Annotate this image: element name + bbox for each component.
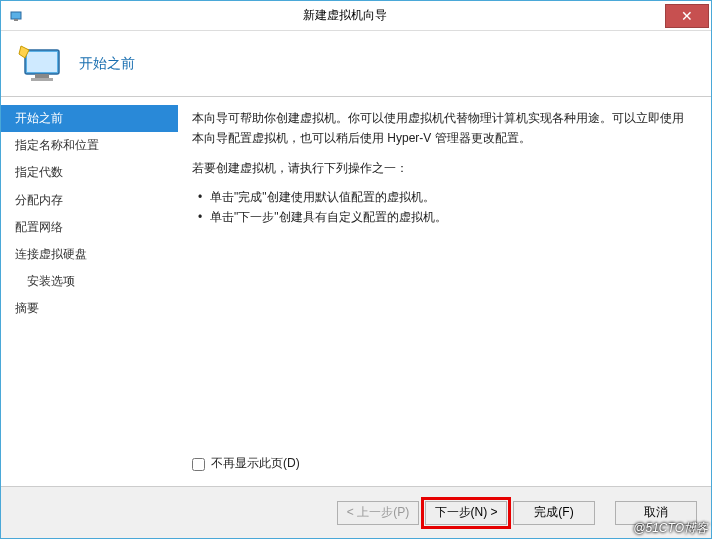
sidebar-item-name-location[interactable]: 指定名称和位置: [1, 132, 178, 159]
app-icon: [9, 8, 25, 24]
content-text: 本向导可帮助你创建虚拟机。你可以使用虚拟机代替物理计算机实现各种用途。可以立即使…: [192, 109, 693, 446]
cancel-button[interactable]: 取消: [615, 501, 697, 525]
sidebar-item-network[interactable]: 配置网络: [1, 214, 178, 241]
finish-button[interactable]: 完成(F): [513, 501, 595, 525]
wizard-sidebar: 开始之前 指定名称和位置 指定代数 分配内存 配置网络 连接虚拟硬盘 安装选项 …: [1, 97, 178, 486]
next-button[interactable]: 下一步(N) >: [425, 501, 507, 525]
wizard-footer: < 上一步(P) 下一步(N) > 完成(F) 取消: [1, 486, 711, 538]
dont-show-again-label: 不再显示此页(D): [211, 454, 300, 474]
svg-rect-1: [14, 19, 18, 21]
wizard-header: 开始之前: [1, 31, 711, 97]
dont-show-again-checkbox[interactable]: [192, 458, 205, 471]
intro-paragraph: 本向导可帮助你创建虚拟机。你可以使用虚拟机代替物理计算机实现各种用途。可以立即使…: [192, 109, 693, 149]
bullet-item: 单击"完成"创建使用默认值配置的虚拟机。: [210, 188, 693, 207]
wizard-body: 开始之前 指定名称和位置 指定代数 分配内存 配置网络 连接虚拟硬盘 安装选项 …: [1, 97, 711, 486]
svg-rect-3: [27, 52, 57, 72]
close-button[interactable]: ✕: [665, 4, 709, 28]
wizard-window: 新建虚拟机向导 ✕ 开始之前 开始之前 指定名称和位置 指定代数 分配内存 配置…: [0, 0, 712, 539]
close-icon: ✕: [681, 8, 693, 24]
dont-show-again-row: 不再显示此页(D): [192, 454, 693, 474]
sidebar-item-install-options[interactable]: 安装选项: [1, 268, 178, 295]
svg-rect-5: [31, 78, 53, 81]
svg-rect-4: [35, 74, 49, 78]
bullet-item: 单击"下一步"创建具有自定义配置的虚拟机。: [210, 208, 693, 227]
sidebar-item-summary[interactable]: 摘要: [1, 295, 178, 322]
sidebar-item-vhd[interactable]: 连接虚拟硬盘: [1, 241, 178, 268]
sidebar-item-generation[interactable]: 指定代数: [1, 159, 178, 186]
instruction-lead: 若要创建虚拟机，请执行下列操作之一：: [192, 159, 693, 179]
instruction-bullets: 单击"完成"创建使用默认值配置的虚拟机。 单击"下一步"创建具有自定义配置的虚拟…: [192, 188, 693, 226]
window-title: 新建虚拟机向导: [25, 7, 665, 24]
titlebar: 新建虚拟机向导 ✕: [1, 1, 711, 31]
page-title: 开始之前: [79, 55, 135, 73]
sidebar-item-before-you-begin[interactable]: 开始之前: [1, 105, 178, 132]
sidebar-item-memory[interactable]: 分配内存: [1, 187, 178, 214]
prev-button: < 上一步(P): [337, 501, 419, 525]
svg-rect-0: [11, 12, 21, 19]
monitor-icon: [17, 40, 65, 88]
wizard-content: 本向导可帮助你创建虚拟机。你可以使用虚拟机代替物理计算机实现各种用途。可以立即使…: [178, 97, 711, 486]
